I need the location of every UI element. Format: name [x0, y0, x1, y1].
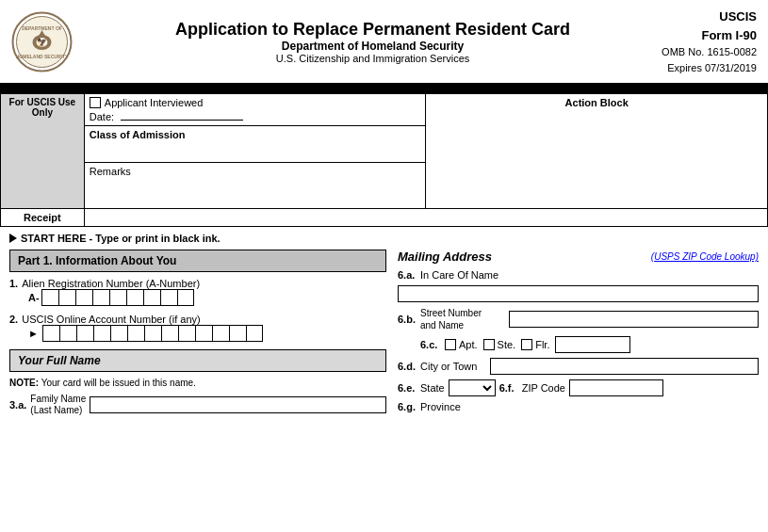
o-box-2[interactable] [59, 325, 76, 342]
right-column: Mailing Address (USPS ZIP Code Lookup) 6… [398, 250, 759, 417]
triangle-icon [9, 234, 17, 243]
field6e-label: State [420, 382, 445, 394]
omb-number: OMB No. 1615-0082 [662, 44, 757, 60]
field1-label: Alien Registration Number (A-Number) [22, 278, 200, 289]
zip-code-input[interactable] [569, 379, 663, 396]
o-box-3[interactable] [76, 325, 93, 342]
field1-number: 1. [9, 278, 18, 289]
city-input[interactable] [490, 358, 759, 375]
start-here-text: START HERE - Type or print in black ink. [21, 233, 221, 244]
field-6b: 6.b. Street Numberand Name [398, 307, 759, 331]
form-number: Form I-90 [662, 26, 757, 45]
a-box-1[interactable] [41, 289, 58, 306]
field-6c: 6.c. Apt. Ste. Flr. [420, 336, 759, 353]
in-care-of-input[interactable] [398, 285, 759, 302]
a-box-3[interactable] [75, 289, 92, 306]
date-label: Date: [90, 111, 114, 122]
o-box-1[interactable] [42, 325, 59, 342]
family-name-label: Family Name (Last Name) [30, 394, 86, 416]
o-box-4[interactable] [93, 325, 110, 342]
department-name: Department of Homeland Security [84, 40, 662, 53]
page-header: DEPARTMENT OF HOMELAND SECURITY 🦅 Applic… [0, 0, 768, 86]
field6g-label: Province [420, 401, 461, 412]
arrow-icon: ► [28, 328, 39, 339]
field2-number: 2. [9, 314, 18, 325]
svg-text:🦅: 🦅 [37, 37, 48, 48]
form-title: Application to Replace Permanent Residen… [84, 20, 662, 40]
o-box-7[interactable] [144, 325, 161, 342]
o-box-8[interactable] [161, 325, 178, 342]
o-box-6[interactable] [127, 325, 144, 342]
street-number-name-input[interactable] [509, 311, 759, 328]
o-box-13[interactable] [246, 325, 263, 342]
a-box-9[interactable] [177, 289, 194, 306]
uscis-use-only-label: For USCIS Use Only [1, 94, 85, 209]
a-box-2[interactable] [58, 289, 75, 306]
flr-item: Flr. [521, 339, 549, 350]
a-box-8[interactable] [160, 289, 177, 306]
o-box-5[interactable] [110, 325, 127, 342]
field6b-label: Street Numberand Name [420, 307, 505, 331]
o-box-10[interactable] [195, 325, 212, 342]
field-6g: 6.g. Province [398, 401, 759, 412]
field6f-label: ZIP Code [522, 382, 565, 394]
field6g-num: 6.g. [398, 401, 417, 412]
field2-label: USCIS Online Account Number (if any) [22, 314, 201, 325]
a-number-input-boxes[interactable] [41, 289, 194, 306]
field-6e-6f: 6.e. State ALAKAZCA COFLGANY TX 6.f. ZIP… [398, 379, 759, 396]
agency-name: U.S. Citizenship and Immigration Service… [84, 53, 662, 64]
receipt-label: Receipt [6, 212, 79, 223]
field6f-num: 6.f. [499, 382, 518, 394]
date-input-line[interactable] [121, 120, 243, 121]
receipt-header-cell: Receipt [1, 209, 85, 227]
header-center: Application to Replace Permanent Residen… [84, 20, 662, 64]
a-box-7[interactable] [143, 289, 160, 306]
part1-header: Part 1. Information About You [9, 250, 386, 272]
apt-checkbox[interactable] [445, 339, 456, 350]
o-box-11[interactable] [212, 325, 229, 342]
o-box-9[interactable] [178, 325, 195, 342]
remarks-label: Remarks [90, 166, 421, 177]
action-block-cell: Action Block [426, 94, 768, 209]
a-box-4[interactable] [92, 289, 109, 306]
header-right: USCIS Form I-90 OMB No. 1615-0082 Expire… [662, 8, 757, 75]
field-6a: 6.a. In Care Of Name [398, 269, 759, 281]
field6c-num: 6.c. [420, 339, 439, 350]
uscis-use-only-table: For USCIS Use Only Applicant Interviewed… [0, 93, 768, 227]
a-box-6[interactable] [126, 289, 143, 306]
apt-item: Apt. [445, 339, 478, 350]
field6e-num: 6.e. [398, 382, 417, 394]
field6a-label: In Care Of Name [420, 269, 505, 281]
field-6d: 6.d. City or Town [398, 358, 759, 375]
field6a-num: 6.a. [398, 269, 417, 281]
applicant-interviewed-label: Applicant Interviewed [105, 97, 204, 108]
o-box-12[interactable] [229, 325, 246, 342]
applicant-interviewed-checkbox[interactable] [90, 97, 101, 108]
note-content: Your card will be issued in this name. [41, 378, 196, 388]
ste-checkbox[interactable] [483, 339, 495, 350]
receipt-content-cell [84, 209, 767, 227]
remarks-cell: Remarks [84, 163, 426, 209]
start-here-banner: START HERE - Type or print in black ink. [9, 233, 759, 244]
flr-checkbox[interactable] [521, 339, 532, 350]
family-name-input[interactable] [90, 396, 386, 413]
main-content: START HERE - Type or print in black ink.… [0, 227, 768, 423]
uscis-seal: DEPARTMENT OF HOMELAND SECURITY 🦅 [11, 11, 73, 73]
black-divider-bar [0, 86, 768, 93]
flr-label: Flr. [535, 339, 549, 350]
class-admission-label: Class of Admission [90, 129, 421, 140]
mailing-title: Mailing Address [398, 250, 492, 264]
mailing-address-header: Mailing Address (USPS ZIP Code Lookup) [398, 250, 759, 264]
uscis-label: USCIS [662, 8, 757, 26]
state-dropdown[interactable]: ALAKAZCA COFLGANY TX [449, 379, 496, 396]
online-account-input-boxes[interactable] [42, 325, 263, 342]
svg-text:HOMELAND SECURITY: HOMELAND SECURITY [16, 54, 69, 59]
zip-lookup-link[interactable]: (USPS ZIP Code Lookup) [651, 251, 759, 262]
left-column: Part 1. Information About You 1. Alien R… [9, 250, 386, 417]
a-box-5[interactable] [109, 289, 126, 306]
family-name-row: 3.a. Family Name (Last Name) [9, 394, 386, 416]
field6b-num: 6.b. [398, 314, 417, 325]
field-alien-number: 1. Alien Registration Number (A-Number) … [9, 278, 386, 306]
apt-label: Apt. [459, 339, 478, 350]
apt-number-input[interactable] [555, 336, 630, 353]
